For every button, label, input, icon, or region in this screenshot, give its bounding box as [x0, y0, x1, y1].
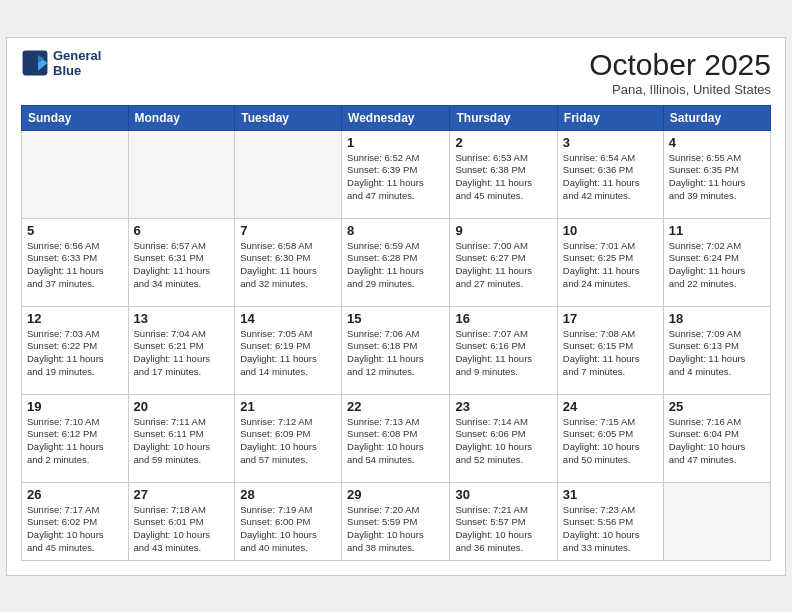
day-number: 11: [669, 223, 765, 238]
day-number: 31: [563, 487, 658, 502]
day-info: Sunrise: 6:52 AM Sunset: 6:39 PM Dayligh…: [347, 152, 444, 203]
calendar-cell: 1Sunrise: 6:52 AM Sunset: 6:39 PM Daylig…: [342, 130, 450, 218]
day-number: 24: [563, 399, 658, 414]
logo-line2: Blue: [53, 63, 101, 79]
day-info: Sunrise: 6:57 AM Sunset: 6:31 PM Dayligh…: [134, 240, 230, 291]
calendar-cell: 8Sunrise: 6:59 AM Sunset: 6:28 PM Daylig…: [342, 218, 450, 306]
calendar-cell: 30Sunrise: 7:21 AM Sunset: 5:57 PM Dayli…: [450, 482, 557, 560]
calendar-cell: 3Sunrise: 6:54 AM Sunset: 6:36 PM Daylig…: [557, 130, 663, 218]
calendar-cell: 22Sunrise: 7:13 AM Sunset: 6:08 PM Dayli…: [342, 394, 450, 482]
day-info: Sunrise: 6:58 AM Sunset: 6:30 PM Dayligh…: [240, 240, 336, 291]
day-number: 14: [240, 311, 336, 326]
weekday-header-thursday: Thursday: [450, 105, 557, 130]
day-number: 3: [563, 135, 658, 150]
day-number: 16: [455, 311, 551, 326]
calendar-cell: 28Sunrise: 7:19 AM Sunset: 6:00 PM Dayli…: [235, 482, 342, 560]
day-info: Sunrise: 7:07 AM Sunset: 6:16 PM Dayligh…: [455, 328, 551, 379]
calendar-cell: 6Sunrise: 6:57 AM Sunset: 6:31 PM Daylig…: [128, 218, 235, 306]
day-number: 5: [27, 223, 123, 238]
week-row-3: 12Sunrise: 7:03 AM Sunset: 6:22 PM Dayli…: [22, 306, 771, 394]
day-number: 2: [455, 135, 551, 150]
day-info: Sunrise: 7:09 AM Sunset: 6:13 PM Dayligh…: [669, 328, 765, 379]
calendar-cell: 26Sunrise: 7:17 AM Sunset: 6:02 PM Dayli…: [22, 482, 129, 560]
calendar-cell: [663, 482, 770, 560]
day-number: 4: [669, 135, 765, 150]
calendar-cell: [22, 130, 129, 218]
day-info: Sunrise: 7:10 AM Sunset: 6:12 PM Dayligh…: [27, 416, 123, 467]
calendar-cell: 31Sunrise: 7:23 AM Sunset: 5:56 PM Dayli…: [557, 482, 663, 560]
calendar-cell: [128, 130, 235, 218]
calendar-cell: [235, 130, 342, 218]
day-info: Sunrise: 7:14 AM Sunset: 6:06 PM Dayligh…: [455, 416, 551, 467]
calendar-cell: 16Sunrise: 7:07 AM Sunset: 6:16 PM Dayli…: [450, 306, 557, 394]
day-number: 13: [134, 311, 230, 326]
logo-icon: [21, 49, 49, 77]
calendar-container: General Blue October 2025 Pana, Illinois…: [6, 37, 786, 576]
header: General Blue October 2025 Pana, Illinois…: [21, 48, 771, 97]
weekday-header-monday: Monday: [128, 105, 235, 130]
calendar-cell: 17Sunrise: 7:08 AM Sunset: 6:15 PM Dayli…: [557, 306, 663, 394]
calendar-cell: 2Sunrise: 6:53 AM Sunset: 6:38 PM Daylig…: [450, 130, 557, 218]
day-info: Sunrise: 7:19 AM Sunset: 6:00 PM Dayligh…: [240, 504, 336, 555]
day-info: Sunrise: 7:15 AM Sunset: 6:05 PM Dayligh…: [563, 416, 658, 467]
day-info: Sunrise: 7:03 AM Sunset: 6:22 PM Dayligh…: [27, 328, 123, 379]
day-number: 30: [455, 487, 551, 502]
day-info: Sunrise: 6:56 AM Sunset: 6:33 PM Dayligh…: [27, 240, 123, 291]
calendar-cell: 7Sunrise: 6:58 AM Sunset: 6:30 PM Daylig…: [235, 218, 342, 306]
day-info: Sunrise: 6:53 AM Sunset: 6:38 PM Dayligh…: [455, 152, 551, 203]
day-number: 27: [134, 487, 230, 502]
day-number: 10: [563, 223, 658, 238]
calendar-cell: 5Sunrise: 6:56 AM Sunset: 6:33 PM Daylig…: [22, 218, 129, 306]
day-number: 6: [134, 223, 230, 238]
week-row-2: 5Sunrise: 6:56 AM Sunset: 6:33 PM Daylig…: [22, 218, 771, 306]
day-number: 8: [347, 223, 444, 238]
weekday-header-row: SundayMondayTuesdayWednesdayThursdayFrid…: [22, 105, 771, 130]
calendar-cell: 19Sunrise: 7:10 AM Sunset: 6:12 PM Dayli…: [22, 394, 129, 482]
logo-text: General Blue: [53, 48, 101, 79]
calendar-cell: 23Sunrise: 7:14 AM Sunset: 6:06 PM Dayli…: [450, 394, 557, 482]
day-info: Sunrise: 7:13 AM Sunset: 6:08 PM Dayligh…: [347, 416, 444, 467]
weekday-header-saturday: Saturday: [663, 105, 770, 130]
day-number: 22: [347, 399, 444, 414]
logo: General Blue: [21, 48, 101, 79]
day-info: Sunrise: 7:12 AM Sunset: 6:09 PM Dayligh…: [240, 416, 336, 467]
day-number: 26: [27, 487, 123, 502]
calendar-grid: SundayMondayTuesdayWednesdayThursdayFrid…: [21, 105, 771, 561]
day-number: 21: [240, 399, 336, 414]
calendar-cell: 29Sunrise: 7:20 AM Sunset: 5:59 PM Dayli…: [342, 482, 450, 560]
weekday-header-sunday: Sunday: [22, 105, 129, 130]
calendar-cell: 13Sunrise: 7:04 AM Sunset: 6:21 PM Dayli…: [128, 306, 235, 394]
day-number: 20: [134, 399, 230, 414]
day-info: Sunrise: 7:11 AM Sunset: 6:11 PM Dayligh…: [134, 416, 230, 467]
day-info: Sunrise: 6:59 AM Sunset: 6:28 PM Dayligh…: [347, 240, 444, 291]
title-block: October 2025 Pana, Illinois, United Stat…: [589, 48, 771, 97]
day-info: Sunrise: 7:20 AM Sunset: 5:59 PM Dayligh…: [347, 504, 444, 555]
calendar-cell: 20Sunrise: 7:11 AM Sunset: 6:11 PM Dayli…: [128, 394, 235, 482]
day-number: 23: [455, 399, 551, 414]
calendar-cell: 18Sunrise: 7:09 AM Sunset: 6:13 PM Dayli…: [663, 306, 770, 394]
day-info: Sunrise: 7:06 AM Sunset: 6:18 PM Dayligh…: [347, 328, 444, 379]
day-number: 9: [455, 223, 551, 238]
day-info: Sunrise: 7:23 AM Sunset: 5:56 PM Dayligh…: [563, 504, 658, 555]
day-number: 28: [240, 487, 336, 502]
day-info: Sunrise: 7:16 AM Sunset: 6:04 PM Dayligh…: [669, 416, 765, 467]
calendar-cell: 21Sunrise: 7:12 AM Sunset: 6:09 PM Dayli…: [235, 394, 342, 482]
day-info: Sunrise: 7:02 AM Sunset: 6:24 PM Dayligh…: [669, 240, 765, 291]
day-number: 12: [27, 311, 123, 326]
week-row-5: 26Sunrise: 7:17 AM Sunset: 6:02 PM Dayli…: [22, 482, 771, 560]
calendar-cell: 27Sunrise: 7:18 AM Sunset: 6:01 PM Dayli…: [128, 482, 235, 560]
weekday-header-tuesday: Tuesday: [235, 105, 342, 130]
day-info: Sunrise: 7:17 AM Sunset: 6:02 PM Dayligh…: [27, 504, 123, 555]
week-row-4: 19Sunrise: 7:10 AM Sunset: 6:12 PM Dayli…: [22, 394, 771, 482]
day-info: Sunrise: 7:00 AM Sunset: 6:27 PM Dayligh…: [455, 240, 551, 291]
day-info: Sunrise: 6:55 AM Sunset: 6:35 PM Dayligh…: [669, 152, 765, 203]
day-number: 15: [347, 311, 444, 326]
day-number: 7: [240, 223, 336, 238]
weekday-header-friday: Friday: [557, 105, 663, 130]
day-info: Sunrise: 6:54 AM Sunset: 6:36 PM Dayligh…: [563, 152, 658, 203]
month-title: October 2025: [589, 48, 771, 82]
day-info: Sunrise: 7:05 AM Sunset: 6:19 PM Dayligh…: [240, 328, 336, 379]
logo-line1: General: [53, 48, 101, 64]
day-number: 1: [347, 135, 444, 150]
weekday-header-wednesday: Wednesday: [342, 105, 450, 130]
